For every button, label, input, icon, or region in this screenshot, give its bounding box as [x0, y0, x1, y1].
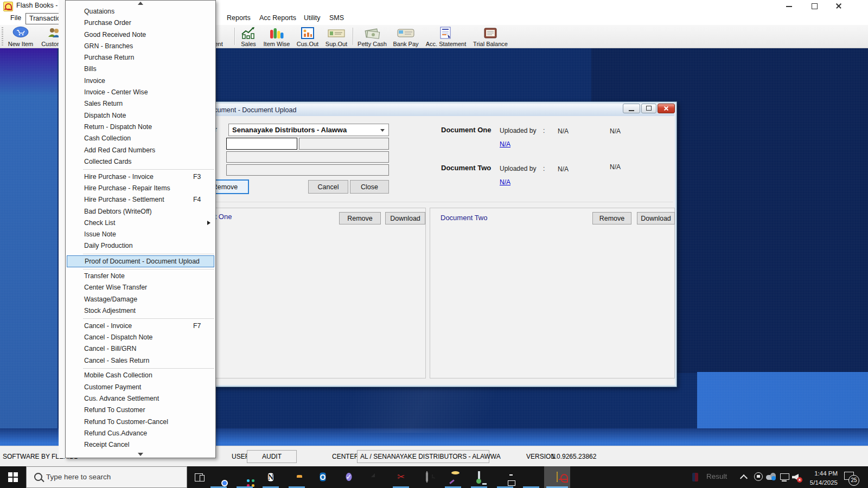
tray-time: 1:44 PM: [814, 470, 838, 477]
taskbar-app-check-circle-app[interactable]: ✓: [336, 466, 362, 488]
dialog-titlebar[interactable]: Proof of Document - Document Upload: [172, 104, 674, 116]
document-two-download-button[interactable]: Download: [637, 212, 675, 224]
taskbar-app-file-explorer[interactable]: [284, 466, 310, 488]
taskbar-app-notion[interactable]: N: [258, 466, 284, 488]
menu-item-proof-of-document-document-upload[interactable]: Proof of Document - Document Upload: [67, 255, 214, 267]
document-two-remove-button[interactable]: Remove: [592, 212, 631, 224]
toolbar-button-sup-out[interactable]: Sup.Out: [316, 26, 357, 48]
menu-item-purchase-return[interactable]: Purchase Return: [66, 52, 215, 63]
start-button[interactable]: [0, 466, 26, 488]
taskbar-app-remote-support[interactable]: [492, 466, 518, 488]
menu-item-sales-return[interactable]: Sales Return: [66, 98, 215, 110]
minimize-button[interactable]: [780, 0, 799, 12]
document-two-link[interactable]: N/A: [500, 178, 510, 186]
search-input[interactable]: Type here to search: [26, 466, 187, 488]
menu-item-wastage-damage[interactable]: Wastage/Damage: [66, 294, 215, 305]
menu-item-good-received-note[interactable]: Good Received Note: [66, 29, 215, 41]
taskbar-app-flash-books[interactable]: [544, 466, 570, 488]
menu-item-label: Cash Collection: [84, 134, 131, 142]
menu-item-hire-purchase-settlement[interactable]: Hire Purchase - SettlementF4: [66, 194, 215, 206]
tray-clock[interactable]: 1:44 PM 5/14/2025: [805, 466, 838, 488]
menu-item-mobile-cash-collection[interactable]: Mobile Cash Collection: [66, 370, 215, 381]
menu-item-receipt-cancel[interactable]: Receipt Cancel: [66, 439, 215, 451]
toolbar-button-trial-balance[interactable]: Trial Balance: [470, 26, 511, 48]
taskbar-app-sticky-notes[interactable]: [362, 466, 388, 488]
menu-item-purchase-order[interactable]: Purchase Order: [66, 17, 215, 29]
menu-item-refund-cus-advance[interactable]: Refund Cus.Advance: [66, 428, 215, 439]
reference-input[interactable]: [226, 138, 297, 150]
close-button[interactable]: [829, 0, 848, 12]
menubar-item-reports[interactable]: Reports: [224, 13, 254, 23]
dialog-close-button[interactable]: [658, 104, 675, 113]
menu-item-return-dispatch-note[interactable]: Return - Dispatch Note: [66, 121, 215, 133]
menubar-item-utility[interactable]: Utility: [301, 13, 324, 23]
onedrive-icon[interactable]: [765, 466, 778, 488]
taskbar-app-remote-desktop[interactable]: [466, 466, 492, 488]
menu-item-refund-to-customer-cancel[interactable]: Refund To Customer-Cancel: [66, 416, 215, 428]
menu-item-cancel-dispatch-note[interactable]: Cancel - Dispatch Note: [66, 332, 215, 343]
action-center-icon[interactable]: 25: [842, 466, 864, 488]
menu-item-cancel-invoice[interactable]: Cancel - InvoiceF7: [66, 320, 215, 332]
document-one-uploaded-by-label: Uploaded by: [500, 127, 536, 134]
menu-item-cus-advance-settlement[interactable]: Cus. Advance Settlement: [66, 393, 215, 404]
taskbar-app-sql-tools[interactable]: [440, 466, 466, 488]
menu-item-stock-adjestment[interactable]: Stock Adjestment: [66, 305, 215, 317]
menu-item-label: Mobile Cash Collection: [84, 371, 152, 379]
menu-item-hire-purchase-invoice[interactable]: Hire Purchase - InvoiceF3: [66, 171, 215, 183]
menu-item-add-red-card-numbers[interactable]: Add Red Card Numbers: [66, 145, 215, 156]
document-one-link[interactable]: N/A: [500, 140, 510, 148]
menu-item-label: Cus. Advance Settlement: [84, 395, 159, 402]
taskbar-app-slack[interactable]: [232, 466, 258, 488]
menu-item-transfer-note[interactable]: Transfer Note: [66, 271, 215, 282]
menu-item-invoice-center-wise[interactable]: Invoice - Center Wise: [66, 87, 215, 98]
menu-item-daily-production[interactable]: Daily Production: [66, 240, 215, 252]
menu-scroll-up[interactable]: [66, 1, 215, 6]
document-two-panel: Document Two Remove Download: [430, 208, 675, 378]
sql-tools-icon: [451, 472, 455, 482]
document-one-download-button[interactable]: Download: [385, 212, 425, 224]
network-icon[interactable]: [779, 466, 791, 488]
menu-item-hire-purchase-repair-items[interactable]: Hire Purchase - Repair Items: [66, 183, 215, 194]
menu-item-center-wise-transfer[interactable]: Center Wise Transfer: [66, 282, 215, 293]
menu-item-label: Center Wise Transfer: [84, 284, 147, 291]
close-dialog-button[interactable]: Close: [350, 180, 389, 194]
document-one-remove-button[interactable]: Remove: [339, 212, 381, 224]
restore-button[interactable]: [805, 0, 824, 12]
taskbar-app-clock-app[interactable]: [414, 466, 440, 488]
toolbar-button-label: Trial Balance: [470, 41, 511, 47]
menubar-item-acc-reports[interactable]: Acc Reports: [256, 13, 299, 23]
taskbar-app-chrome[interactable]: [206, 466, 232, 488]
tray-chevron-up-icon[interactable]: [739, 466, 750, 488]
menu-item-bad-debtors-writeoff-[interactable]: Bad Debtors (WriteOff): [66, 206, 215, 217]
cancel-button[interactable]: Cancel: [308, 180, 348, 194]
taskbar-app-outlook[interactable]: O: [310, 466, 336, 488]
menu-item-label: Add Red Card Numbers: [84, 146, 155, 154]
taskbar-app-snipping-tool[interactable]: ✂: [388, 466, 414, 488]
menu-scroll-down[interactable]: [66, 452, 215, 457]
menu-item-issue-note[interactable]: Issue Note: [66, 229, 215, 240]
meet-now-icon[interactable]: [753, 466, 765, 488]
menu-item-invoice[interactable]: Invoice: [66, 75, 215, 87]
toolbar-button-bank-pay[interactable]: Bank Pay: [385, 26, 426, 48]
menubar-item-sms[interactable]: SMS: [326, 13, 347, 23]
menu-item-cash-collection[interactable]: Cash Collection: [66, 133, 215, 144]
customer-combobox[interactable]: Senanayake Distributors - Alawwa: [228, 124, 389, 136]
volume-muted-icon[interactable]: x: [791, 466, 804, 488]
menu-item-refund-to-customer[interactable]: Refund To Customer: [66, 404, 215, 416]
dialog-minimize-button[interactable]: [623, 104, 640, 113]
menubar-item-file[interactable]: File: [7, 13, 24, 23]
menu-item-quataions[interactable]: Quataions: [66, 6, 215, 17]
menu-item-bills[interactable]: Bills: [66, 63, 215, 75]
menu-item-check-list[interactable]: Check List: [66, 217, 215, 229]
menu-item-dispatch-note[interactable]: Dispatch Note: [66, 110, 215, 121]
menu-item-cancel-bill-grn[interactable]: Cancel - Bill/GRN: [66, 343, 215, 355]
menu-item-cancel-sales-return[interactable]: Cancel - Sales Return: [66, 355, 215, 367]
dialog-maximize-button[interactable]: [641, 104, 656, 113]
menu-item-grn-branches[interactable]: GRN - Branches: [66, 41, 215, 52]
menu-item-collected-cards[interactable]: Collected Cards: [66, 156, 215, 168]
notion-icon: N: [268, 472, 273, 483]
taskbar-app-visual-studio[interactable]: [518, 466, 544, 488]
toolbar-button-acc-statement[interactable]: Acc. Statement: [425, 26, 467, 48]
menu-item-label: Sales Return: [84, 100, 123, 107]
menu-item-customer-payment[interactable]: Customer Payment: [66, 382, 215, 393]
